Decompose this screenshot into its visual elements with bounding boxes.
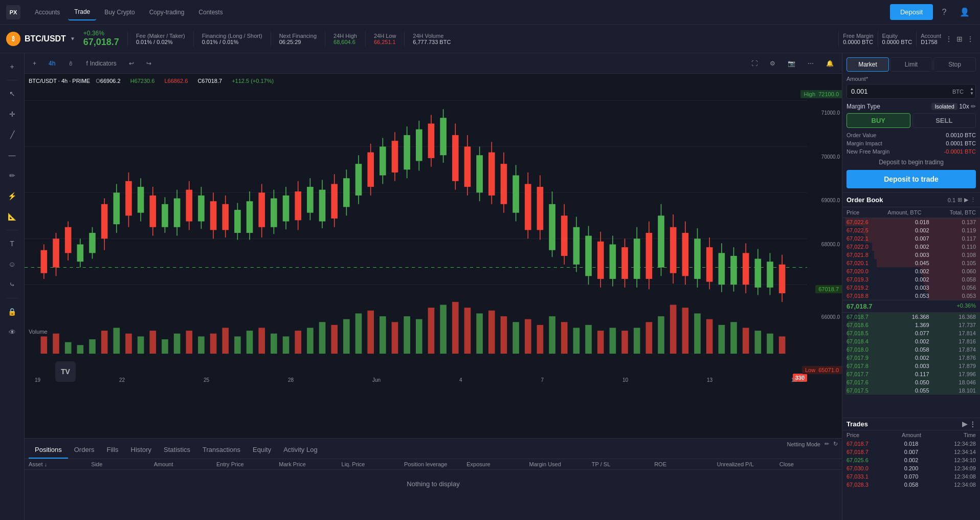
chart-settings-btn[interactable]: ⚙ bbox=[766, 58, 779, 69]
netting-refresh-icon[interactable]: ↻ bbox=[833, 441, 838, 447]
ob-ask-row[interactable]: 67,019.30.0020.058 bbox=[842, 275, 980, 284]
col-exposure: Exposure bbox=[466, 461, 525, 467]
more-chart-btn[interactable]: ⋯ bbox=[804, 58, 818, 69]
measure-tool[interactable]: 📐 bbox=[3, 207, 21, 226]
nav-trade[interactable]: Trade bbox=[68, 4, 96, 20]
svg-rect-137 bbox=[125, 334, 132, 354]
symbol-selector[interactable]: ₿ BTC/USDT ▼ bbox=[6, 32, 75, 46]
help-icon[interactable]: ? bbox=[935, 3, 953, 21]
candlestick-chart bbox=[25, 89, 807, 377]
ob-ask-row[interactable]: 67,022.10.0070.117 bbox=[842, 234, 980, 243]
screenshot-btn[interactable]: 📷 bbox=[784, 58, 799, 69]
ob-bid-row[interactable]: 67,017.80.00317.879 bbox=[842, 362, 980, 370]
trades-play-icon[interactable]: ▶ bbox=[962, 420, 967, 428]
ob-bid-row[interactable]: 67,018.50.07717.814 bbox=[842, 329, 980, 337]
nav-contests[interactable]: Contests bbox=[192, 5, 229, 20]
ob-bid-row[interactable]: 67,017.90.00217.876 bbox=[842, 354, 980, 362]
amount-down-arrow[interactable]: ▼ bbox=[970, 92, 974, 96]
deposit-trade-button[interactable]: Deposit to trade bbox=[847, 170, 976, 188]
profile-icon[interactable]: 👤 bbox=[955, 3, 974, 21]
trades-more-icon[interactable]: ⋮ bbox=[969, 420, 976, 428]
trades-col-price: Price bbox=[847, 432, 859, 438]
ob-ask-row[interactable]: 67,020.00.0020.060 bbox=[842, 267, 980, 275]
ob-bid-row[interactable]: 67,018.40.00217.816 bbox=[842, 337, 980, 345]
pattern-tool[interactable]: ⤷ bbox=[3, 275, 21, 294]
tab-statistics[interactable]: Statistics bbox=[158, 442, 196, 459]
add-tool-btn[interactable]: + bbox=[3, 57, 21, 76]
x-label-16: 16 bbox=[791, 377, 797, 383]
indicators-btn[interactable]: f Indicators bbox=[82, 58, 120, 69]
tab-history[interactable]: History bbox=[125, 442, 158, 459]
fibonacci-tool[interactable]: ⚡ bbox=[3, 187, 21, 205]
time-settings-icon[interactable]: ⏱ bbox=[798, 375, 805, 383]
chart-type-btn[interactable]: 🕯 bbox=[63, 58, 78, 69]
ob-bid-row[interactable]: 67,017.50.05518.101 bbox=[842, 386, 980, 395]
emoji-tool[interactable]: ☺ bbox=[3, 255, 21, 273]
amount-up-arrow[interactable]: ▲ bbox=[970, 87, 974, 91]
ob-play-icon[interactable]: ▶ bbox=[964, 197, 968, 203]
tab-activity-log[interactable]: Activity Log bbox=[277, 442, 323, 459]
cursor-tool[interactable]: ↖ bbox=[3, 84, 21, 103]
fullscreen-btn[interactable]: ⛶ bbox=[747, 58, 762, 69]
ob-bid-row[interactable]: 67,017.70.11717.996 bbox=[842, 370, 980, 378]
tab-positions[interactable]: Positions bbox=[29, 442, 68, 459]
orderbook-spread: 67,018.7 +0.36% bbox=[842, 300, 980, 313]
trade-row: 67,033.10.07012:34:08 bbox=[842, 472, 980, 481]
ob-ask-row[interactable]: 67,020.10.0450.105 bbox=[842, 259, 980, 267]
ob-ask-row[interactable]: 67,022.50.0020.119 bbox=[842, 226, 980, 234]
ob-icons[interactable]: ⊞ bbox=[957, 197, 962, 203]
ob-ask-row[interactable]: 67,019.20.0030.056 bbox=[842, 284, 980, 292]
ob-ask-row[interactable]: 67,022.60.0180.137 bbox=[842, 218, 980, 226]
tab-transactions[interactable]: Transactions bbox=[196, 442, 247, 459]
chart-canvas: BTC/USDT · 4h · PRIME O66906.2 H67230.6 … bbox=[25, 74, 842, 438]
undo-btn[interactable]: ↩ bbox=[125, 58, 138, 69]
timeframe-4h[interactable]: 4h bbox=[44, 58, 59, 69]
ob-ask-row[interactable]: 67,018.80.0530.053 bbox=[842, 292, 980, 300]
svg-rect-183 bbox=[682, 308, 689, 354]
ob-ask-row[interactable]: 67,021.80.0030.108 bbox=[842, 251, 980, 259]
financing-label: Financing (Long / Short) bbox=[202, 33, 262, 39]
redo-btn[interactable]: ↪ bbox=[142, 58, 155, 69]
ob-more-icon[interactable]: ⋮ bbox=[970, 197, 976, 203]
eye-tool[interactable]: 👁 bbox=[3, 323, 21, 341]
x-label-10: 10 bbox=[622, 377, 628, 383]
svg-rect-175 bbox=[585, 325, 592, 354]
tab-stop[interactable]: Stop bbox=[933, 57, 976, 72]
sell-btn[interactable]: SELL bbox=[912, 113, 976, 128]
tab-fills[interactable]: Fills bbox=[100, 442, 124, 459]
layout-icon[interactable]: ⊞ bbox=[956, 35, 963, 43]
buy-btn[interactable]: BUY bbox=[847, 113, 910, 128]
nav-buy-crypto[interactable]: Buy Crypto bbox=[98, 5, 141, 20]
tab-market[interactable]: Market bbox=[847, 57, 889, 72]
col-close: Close bbox=[779, 461, 838, 467]
nav-accounts[interactable]: Accounts bbox=[29, 5, 66, 20]
ob-bid-row[interactable]: 67,018.00.05817.874 bbox=[842, 345, 980, 354]
new-free-margin-val: -0.0001 BTC bbox=[944, 148, 976, 155]
nav-copy-trading[interactable]: Copy-trading bbox=[143, 5, 191, 20]
more-options-icon[interactable]: ⋮ bbox=[945, 35, 952, 43]
tab-orders[interactable]: Orders bbox=[68, 442, 101, 459]
crosshair-tool[interactable]: ✛ bbox=[3, 105, 21, 123]
orderbook-panel: Order Book 0.1 ⊞ ▶ ⋮ Price Amount, BTC T… bbox=[842, 193, 980, 418]
text-tool[interactable]: T bbox=[3, 234, 21, 253]
draw-tool[interactable]: ✏ bbox=[3, 166, 21, 185]
edit-leverage-icon[interactable]: ✏ bbox=[971, 103, 976, 110]
tab-limit[interactable]: Limit bbox=[890, 57, 932, 72]
alert-btn[interactable]: 🔔 bbox=[822, 58, 838, 69]
tab-equity[interactable]: Equity bbox=[247, 442, 277, 459]
horizontal-line-tool[interactable]: ― bbox=[3, 146, 21, 164]
add-chart-btn[interactable]: + bbox=[29, 58, 40, 69]
ob-ask-row[interactable]: 67,022.00.0020.110 bbox=[842, 243, 980, 251]
line-tool[interactable]: ╱ bbox=[3, 125, 21, 144]
magnet-tool[interactable]: 🔒 bbox=[3, 302, 21, 321]
ohlc-low: L66862.6 bbox=[164, 78, 192, 84]
svg-rect-178 bbox=[621, 331, 628, 354]
top-deposit-button[interactable]: Deposit bbox=[890, 4, 933, 20]
ob-bid-row[interactable]: 67,018.61.36917.737 bbox=[842, 321, 980, 329]
svg-rect-143 bbox=[198, 336, 205, 354]
ob-bid-row[interactable]: 67,018.716.36816.368 bbox=[842, 313, 980, 321]
netting-edit-icon[interactable]: ✏ bbox=[825, 441, 829, 447]
ob-bid-row[interactable]: 67,017.60.05018.046 bbox=[842, 378, 980, 386]
settings-icon[interactable]: ⋮ bbox=[967, 35, 974, 43]
x-label-25: 25 bbox=[204, 377, 209, 383]
